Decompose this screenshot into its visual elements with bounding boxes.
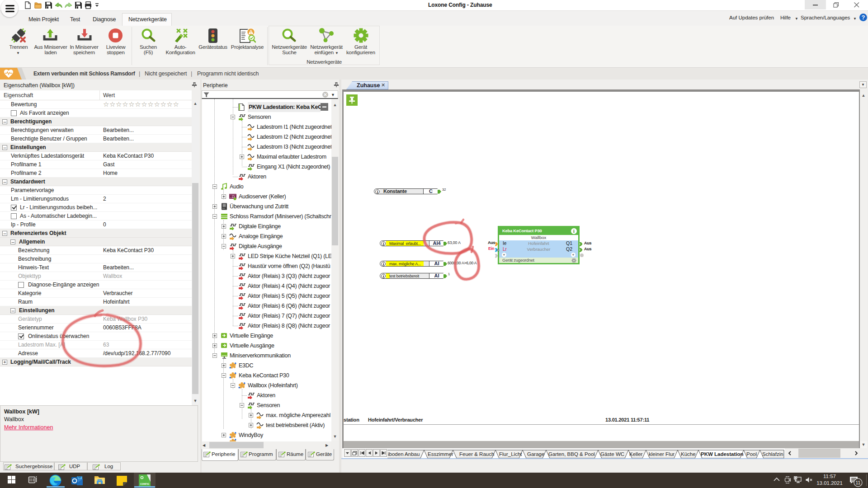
svg-text:PKW Ladestation: PKW Ladestation [701, 451, 744, 457]
svg-text:Flur_Licht: Flur_Licht [499, 451, 522, 457]
svg-text:iboden Anbau: iboden Anbau [388, 451, 420, 457]
svg-text:Schlafzin: Schlafzin [762, 451, 783, 457]
svg-text:Keller: Keller [629, 451, 643, 457]
svg-text:Garten, BBQ & Pool: Garten, BBQ & Pool [548, 451, 595, 457]
svg-text:Pool: Pool [746, 451, 757, 457]
svg-text:Garage: Garage [527, 451, 544, 457]
svg-text:CONFIG: CONFIG [140, 483, 149, 485]
svg-text:kleiner Flur: kleiner Flur [649, 451, 675, 457]
svg-text:11: 11 [856, 480, 861, 485]
svg-text:Küche: Küche [681, 451, 696, 457]
svg-text:Gäste WC: Gäste WC [600, 451, 624, 457]
svg-text:Esszimmer: Esszimmer [428, 451, 453, 457]
svg-text:Feuer & Rauch: Feuer & Rauch [459, 451, 494, 457]
